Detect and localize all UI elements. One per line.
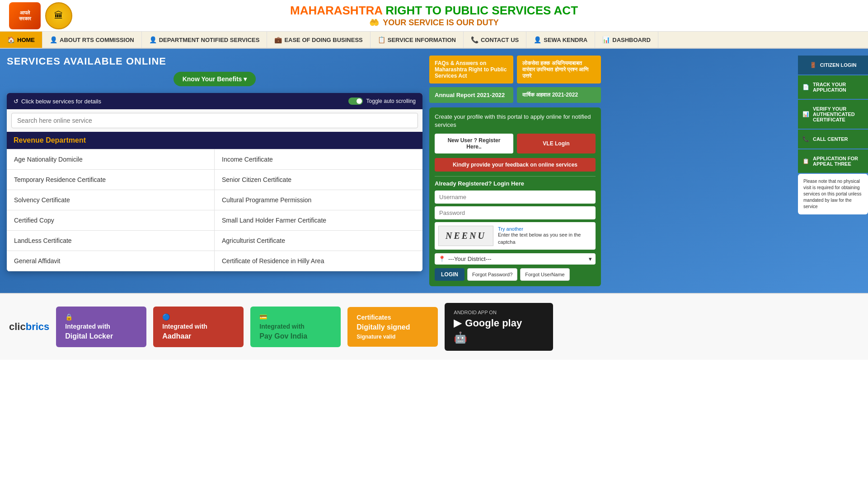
toggle-scroll[interactable]: Toggle auto scrolling <box>348 98 416 105</box>
logos: आपलेसरकार 🏛 <box>9 2 72 29</box>
paygov-card[interactable]: 💳 Integrated with Pay Gov India <box>250 307 341 347</box>
captcha-area: NEENU Try another Enter the text below a… <box>435 222 596 250</box>
service-cultural[interactable]: Cultural Programme Permission <box>215 190 422 210</box>
feedback-button[interactable]: Kindly provide your feedback on online s… <box>435 158 596 172</box>
create-profile-text: Create your profile with this portal to … <box>435 113 596 129</box>
location-icon: 📍 <box>438 256 446 262</box>
search-bar <box>7 109 422 132</box>
nav-dept[interactable]: 👤 DEPARTMENT NOTIFIED SERVICES <box>142 32 267 48</box>
signature-valid: Signature valid <box>357 334 429 340</box>
title-line2: 🤲 YOUR SERVICE IS OUR DUTY <box>290 18 578 28</box>
username-input[interactable] <box>435 191 596 204</box>
chevron-down-icon: ▾ <box>589 256 592 262</box>
vle-login-button[interactable]: VLE Login <box>517 134 596 153</box>
sewa-icon: 👤 <box>534 36 541 43</box>
service-small-land[interactable]: Small Land Holder Farmer Certificate <box>215 210 422 231</box>
digitally-signed-card[interactable]: Certificates Digitally signed Signature … <box>347 307 438 347</box>
track-application-btn[interactable]: 📄 TRACK YOUR APPLICATION <box>798 75 868 99</box>
dept-icon: 👤 <box>149 36 157 43</box>
verify-icon: 📊 <box>802 111 809 117</box>
captcha-instruction: Enter the text below as you see in the c… <box>498 232 592 246</box>
service-general-affidavit[interactable]: General Affidavit <box>7 251 215 271</box>
digital-locker-card[interactable]: 🔒 Integrated with Digital Locker <box>56 307 146 347</box>
auto-scroll-toggle[interactable] <box>348 98 363 105</box>
faq-box[interactable]: FAQs & Answers on Maharashtra Right to P… <box>429 56 513 84</box>
nav-sewa[interactable]: 👤 SEWA KENDRA <box>526 32 595 48</box>
info-note: Please note that no physical visit is re… <box>798 174 868 214</box>
service-senior-citizen[interactable]: Senior Citizen Certificate <box>215 170 422 190</box>
google-play-title: ▶ Google play <box>454 317 544 329</box>
login-buttons: New User ? Register Here.. VLE Login <box>435 134 596 153</box>
know-benefits-button[interactable]: Know Your Benefits ▾ <box>174 72 256 86</box>
login-panel: Create your profile with this portal to … <box>429 107 601 286</box>
service-certified-copy[interactable]: Certified Copy <box>7 210 215 231</box>
nav-service-info[interactable]: 📋 SERVICE INFORMATION <box>371 32 464 48</box>
briefcase-icon: 💼 <box>274 36 282 43</box>
district-row: 📍 ---Your District--- ▾ <box>435 253 596 265</box>
govt-logo: 🏛 <box>45 2 72 29</box>
service-solvency[interactable]: Solvency Certificate <box>7 190 215 210</box>
play-icon: ▶ <box>454 317 461 329</box>
service-age-nationality[interactable]: Age Nationality Domicile <box>7 149 215 170</box>
header-title: MAHARASHTRA RIGHT TO PUBLIC SERVICES ACT… <box>290 4 578 28</box>
right-panel: FAQs & Answers on Maharashtra Right to P… <box>429 56 601 286</box>
service-income[interactable]: Income Certificate <box>215 149 422 170</box>
right-to-services-text: RIGHT TO PUBLIC SERVICES ACT <box>385 4 578 17</box>
services-scroll[interactable]: Age Nationality Domicile Income Certific… <box>7 149 422 271</box>
login-button[interactable]: LOGIN <box>435 268 464 281</box>
service-hilly-area[interactable]: Certificate of Residence in Hilly Area <box>215 251 422 271</box>
digital-locker-icon: 🔒 <box>65 313 137 321</box>
dashboard-icon: 📊 <box>602 36 610 43</box>
service-landless[interactable]: LandLess Certificate <box>7 231 215 251</box>
district-placeholder: ---Your District--- <box>448 256 586 262</box>
google-play-card[interactable]: ANDROID APP ON ▶ Google play 🤖 <box>445 303 553 351</box>
info-boxes-top: FAQs & Answers on Maharashtra Right to P… <box>429 56 601 103</box>
dept-header: Revenue Department <box>7 132 422 149</box>
login-icon: 🚪 <box>810 62 816 68</box>
appeal-btn[interactable]: 📋 APPLICATION FOR APPEAL THREE <box>798 149 868 173</box>
nav-contact[interactable]: 📞 CONTACT US <box>464 32 526 48</box>
nav-dashboard[interactable]: 📊 DASHBOARD <box>595 32 658 48</box>
call-center-btn[interactable]: 📞 CALL CENTER <box>798 130 868 149</box>
already-registered-text: Already Registered? Login Here <box>435 176 596 187</box>
content-area: SERVICES AVAILABLE ONLINE Know Your Bene… <box>0 49 868 293</box>
service-info-icon: 📋 <box>378 36 385 43</box>
nav-about[interactable]: 👤 ABOUT RTS COMMISSION <box>42 32 142 48</box>
password-input[interactable] <box>435 206 596 219</box>
appeal-icon: 📋 <box>802 158 809 164</box>
maharashtra-text: MAHARASHTRA <box>290 4 382 17</box>
aadhaar-icon: 🔵 <box>162 313 235 321</box>
clicbrics-logo: clicbrics <box>9 321 49 333</box>
verify-cert-btn[interactable]: 📊 VERIFY YOUR AUTHENTICATED CERTIFICATE <box>798 100 868 129</box>
citizen-login-btn[interactable]: 🚪 CITIZEN LOGIN <box>798 56 868 74</box>
home-icon: 🏠 <box>7 36 15 43</box>
forgot-password-button[interactable]: Forgot Password? <box>467 268 517 281</box>
aple-sarkar-logo: आपलेसरकार <box>9 2 41 29</box>
person-icon: 👤 <box>50 36 57 43</box>
phone-icon: 📞 <box>802 136 809 142</box>
service-agriculturist[interactable]: Agriculturist Certificate <box>215 231 422 251</box>
phone-icon: 📞 <box>471 36 479 43</box>
search-input[interactable] <box>11 113 418 128</box>
aadhaar-card[interactable]: 🔵 Integrated with Aadhaar <box>153 307 244 347</box>
services-box: ↺ Click below services for details Toggl… <box>7 93 422 271</box>
annual-marathi-box[interactable]: वार्षिक अहवाल 2021-2022 <box>517 87 601 103</box>
forgot-username-button[interactable]: Forgot UserName <box>520 268 569 281</box>
new-user-button[interactable]: New User ? Register Here.. <box>435 134 513 153</box>
refresh-icon: ↺ <box>14 98 19 105</box>
services-panel: SERVICES AVAILABLE ONLINE Know Your Bene… <box>7 56 422 286</box>
annual-report-box[interactable]: Annual Report 2021-2022 <box>429 87 513 103</box>
service-temp-residence[interactable]: Temporary Residence Certificate <box>7 170 215 190</box>
captcha-info: Try another Enter the text below as you … <box>498 226 592 246</box>
main-nav: 🏠 HOME 👤 ABOUT RTS COMMISSION 👤 DEPARTME… <box>0 32 868 49</box>
login-row: LOGIN Forgot Password? Forgot UserName <box>435 268 596 281</box>
faq-marathi-box[interactable]: लोकसेवा हक्क अधिनियमाबाबत वारंवार उपस्थि… <box>517 56 601 84</box>
services-box-header: ↺ Click below services for details Toggl… <box>7 93 422 109</box>
track-icon: 📄 <box>802 84 809 90</box>
header: आपलेसरकार 🏛 MAHARASHTRA RIGHT TO PUBLIC … <box>0 0 868 32</box>
main-content: SERVICES AVAILABLE ONLINE Know Your Bene… <box>0 49 868 293</box>
nav-home[interactable]: 🏠 HOME <box>0 32 42 48</box>
nav-eodb[interactable]: 💼 EASE OF DOING BUSINESS <box>267 32 370 48</box>
captcha-refresh[interactable]: Try another <box>498 226 592 232</box>
footer-strip: clicbrics 🔒 Integrated with Digital Lock… <box>0 293 868 360</box>
